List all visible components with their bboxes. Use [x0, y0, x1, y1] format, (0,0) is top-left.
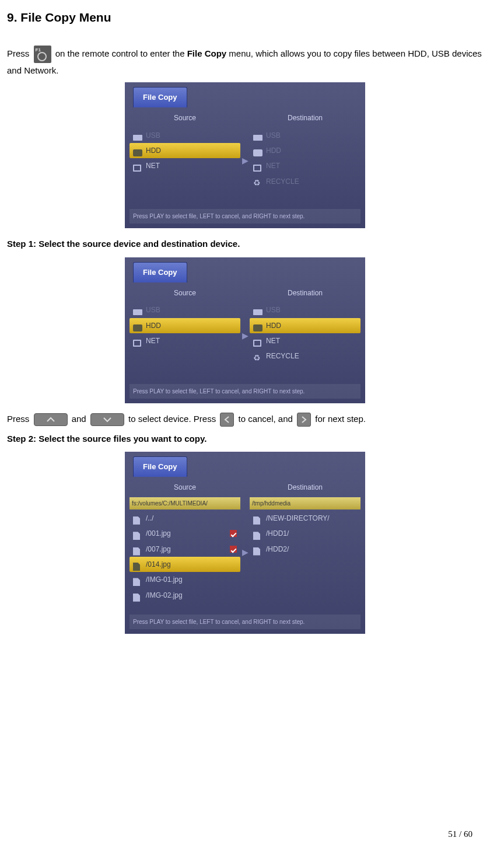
hint-bar: Press PLAY to select file, LEFT to cance… — [130, 384, 360, 399]
intro-press: Press — [7, 48, 32, 58]
page-number: 51 / 60 — [448, 827, 473, 842]
list-item: RECYCLE — [250, 348, 360, 364]
col-head-source: Source — [130, 479, 240, 497]
dest-list-3: /NEW-DIRECTORY//HDD1//HDD2/ — [250, 511, 360, 557]
list-item: HDD — [130, 318, 240, 333]
hdd-icon — [133, 146, 142, 155]
source-list-2: USBHDDNET — [130, 302, 240, 348]
source-path: fs:/volumes/C:/MULTIMEDIA/ — [130, 497, 240, 509]
list-item: USB — [250, 302, 360, 317]
hint-bar: Press PLAY to select file, LEFT to cance… — [130, 615, 360, 629]
col-head-dest: Destination — [250, 479, 360, 497]
intro-after-icon: on the remote control to enter the — [55, 48, 187, 58]
nav-c: to select device. Press — [128, 414, 218, 424]
list-item: /001.jpg — [130, 526, 240, 541]
list-item: /IMG-02.jpg — [130, 588, 240, 603]
net-icon — [133, 337, 142, 345]
source-list-1: USBHDDNET — [130, 128, 240, 174]
list-item: /007.jpg — [130, 542, 240, 557]
file-icon — [133, 576, 142, 584]
screenshot-1: File Copy Source USBHDDNET ▶ Destination… — [125, 82, 365, 228]
list-item-label: USB — [146, 304, 160, 316]
file-icon — [133, 529, 142, 538]
col-head-dest: Destination — [250, 110, 360, 127]
list-item-label: RECYCLE — [266, 176, 299, 187]
net-icon — [253, 337, 262, 345]
hint-bar: Press PLAY to select file, LEFT to cance… — [130, 209, 360, 224]
intro-paragraph: Press on the remote control to enter the… — [7, 46, 483, 78]
list-item-label: /001.jpg — [146, 528, 171, 539]
file-icon — [253, 514, 262, 522]
file-icon — [133, 560, 142, 568]
list-item-label: HDD — [146, 145, 161, 156]
list-item: USB — [130, 128, 240, 143]
nav-e: for next step. — [315, 414, 366, 424]
arrow-icon: ▶ — [240, 285, 250, 364]
list-item: /014.jpg — [130, 557, 240, 572]
section-heading: 9. File Copy Menu — [7, 7, 483, 28]
list-item: /../ — [130, 511, 240, 526]
list-item-label: USB — [266, 130, 281, 141]
list-item-label: HDD — [266, 145, 281, 156]
list-item-label: /HDD2/ — [266, 543, 289, 555]
dest-path: /tmp/hddmedia — [250, 497, 360, 509]
file-icon — [253, 529, 262, 538]
list-item-label: HDD — [146, 320, 161, 331]
net-icon — [133, 162, 142, 170]
f1-key-icon — [34, 46, 51, 63]
up-key-icon — [34, 413, 68, 426]
list-item-label: RECYCLE — [266, 350, 299, 362]
hdd-icon — [133, 322, 142, 330]
list-item-label: NET — [266, 160, 280, 172]
file-icon — [133, 514, 142, 522]
list-item-label: /IMG-02.jpg — [146, 589, 183, 601]
arrow-icon: ▶ — [240, 110, 250, 189]
list-item-label: NET — [146, 335, 160, 347]
list-item-label: /007.jpg — [146, 543, 171, 555]
source-list-3: /..//001.jpg/007.jpg/014.jpg/IMG-01.jpg/… — [130, 511, 240, 603]
list-item: USB — [250, 128, 360, 143]
nav-d: to cancel, and — [238, 414, 295, 424]
list-item-label: /HDD1/ — [266, 528, 289, 539]
col-head-source: Source — [130, 110, 240, 127]
nav-line: Press and to select device. Press to can… — [7, 411, 483, 427]
nav-b: and — [72, 414, 89, 424]
tab-file-copy: File Copy — [133, 87, 187, 107]
list-item: RECYCLE — [250, 174, 360, 189]
file-icon — [133, 545, 142, 553]
dest-list-1: USBHDDNETRECYCLE — [250, 128, 360, 190]
list-item-label: /IMG-01.jpg — [146, 574, 183, 585]
list-item-label: /014.jpg — [146, 559, 171, 570]
list-item: /HDD1/ — [250, 526, 360, 541]
list-item: /NEW-DIRECTORY/ — [250, 511, 360, 526]
list-item-label: HDD — [266, 320, 281, 331]
rec-icon — [253, 177, 262, 186]
list-item: NET — [130, 333, 240, 348]
usb-icon — [133, 306, 142, 314]
step-2-heading: Step 2: Select the source files you want… — [7, 431, 483, 446]
hdd-icon — [253, 322, 262, 330]
col-head-dest: Destination — [250, 285, 360, 302]
list-item: NET — [250, 333, 360, 348]
list-item: USB — [130, 302, 240, 317]
screenshot-2: File Copy Source USBHDDNET ▶ Destination… — [125, 257, 365, 403]
screenshot-3: File Copy Source fs:/volumes/C:/MULTIMED… — [125, 452, 365, 634]
list-item-label: /NEW-DIRECTORY/ — [266, 512, 330, 524]
checked-icon — [230, 530, 237, 537]
file-icon — [253, 545, 262, 553]
list-item: NET — [250, 158, 360, 173]
list-item-label: NET — [266, 335, 280, 347]
net-icon — [253, 162, 262, 170]
tab-file-copy: File Copy — [133, 262, 187, 282]
list-item: /IMG-01.jpg — [130, 572, 240, 587]
list-item: /HDD2/ — [250, 542, 360, 557]
hdd-icon — [253, 146, 262, 155]
left-key-icon — [220, 413, 234, 427]
usb-icon — [253, 131, 262, 139]
dest-list-2: USBHDDNETRECYCLE — [250, 302, 360, 364]
usb-icon — [133, 131, 142, 139]
rec-icon — [253, 353, 262, 361]
col-head-source: Source — [130, 285, 240, 302]
intro-bold: File Copy — [187, 48, 227, 58]
list-item: NET — [130, 158, 240, 173]
